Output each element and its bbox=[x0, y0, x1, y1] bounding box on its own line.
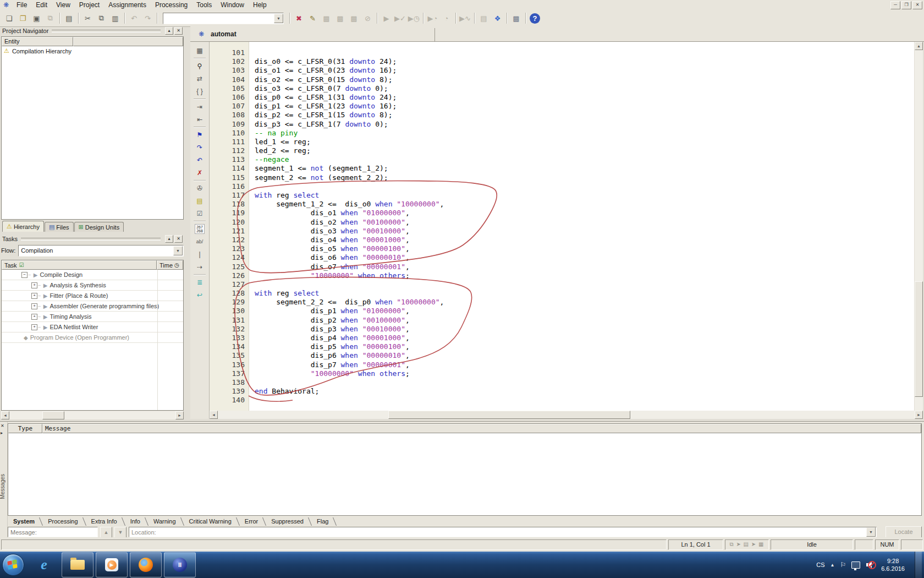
collapse-box-icon[interactable]: − bbox=[21, 272, 28, 278]
code-line[interactable]: 105dis_o3 <= c_LFSR_0(7 downto 0); bbox=[210, 84, 914, 93]
action-center-flag-icon[interactable]: ⚐ bbox=[840, 561, 846, 569]
cursor-icon[interactable]: | bbox=[193, 248, 206, 260]
line-count-indicator[interactable]: 267268 bbox=[193, 222, 206, 235]
flow-combobox[interactable]: Compilation ▼ bbox=[18, 245, 184, 257]
volume-muted-icon[interactable] bbox=[866, 560, 876, 569]
code-line[interactable]: 127 bbox=[210, 280, 914, 289]
tab-hierarchy[interactable]: ⚠Hierarchy bbox=[2, 221, 44, 232]
code-line[interactable]: 122 dis_o4 when "00001000", bbox=[210, 236, 914, 244]
menu-assignments[interactable]: Assignments bbox=[104, 1, 151, 9]
time-column-header[interactable]: Time bbox=[160, 262, 173, 269]
project-navigator-titlebar[interactable]: Project Navigator ▴ ✕ bbox=[1, 26, 184, 35]
code-line[interactable]: 135 dis_p6 when "00000010", bbox=[210, 351, 914, 360]
code-line[interactable]: 134 dis_p5 when "00000100", bbox=[210, 342, 914, 351]
code-line[interactable]: 112led_2 <= reg; bbox=[210, 146, 914, 155]
message-column-header[interactable]: Message bbox=[42, 424, 921, 433]
tab-design-units[interactable]: ⊞Design Units bbox=[74, 222, 124, 232]
scroll-left-icon[interactable]: ◄ bbox=[210, 411, 218, 419]
code-line[interactable]: 110-- na piny bbox=[210, 129, 914, 138]
chevron-down-icon[interactable]: ▼ bbox=[866, 527, 876, 537]
messages-tab-system[interactable]: System bbox=[9, 517, 43, 526]
chevron-down-icon[interactable]: ▼ bbox=[173, 246, 183, 255]
code-line[interactable]: 131 dis_p2 when "00100000", bbox=[210, 316, 914, 325]
menu-processing[interactable]: Processing bbox=[151, 1, 192, 9]
stop-processing-button[interactable]: ✖ bbox=[292, 12, 306, 25]
quartus-taskbar-icon[interactable]: II bbox=[164, 552, 196, 577]
type-column-header[interactable]: Type bbox=[8, 424, 42, 433]
code-line[interactable]: 101 bbox=[210, 48, 914, 57]
collapse-icon[interactable]: ▴ bbox=[165, 27, 173, 35]
network-icon[interactable] bbox=[851, 561, 860, 569]
editor-horizontal-scrollbar[interactable]: ◄ ► bbox=[210, 411, 923, 419]
code-line[interactable]: 139end Behavioral; bbox=[210, 387, 914, 396]
code-line[interactable]: 140 bbox=[210, 396, 914, 405]
close-button[interactable]: ✕ bbox=[912, 1, 922, 9]
tasks-titlebar[interactable]: Tasks ▴ ✕ bbox=[1, 235, 184, 243]
internet-explorer-icon[interactable]: e bbox=[29, 553, 59, 577]
entity-column-header[interactable]: Entity bbox=[2, 37, 73, 46]
find-icon[interactable]: ⚲ bbox=[193, 59, 206, 72]
messages-tab-suppressed[interactable]: Suppressed bbox=[267, 517, 312, 526]
menu-window[interactable]: Window bbox=[216, 1, 249, 9]
check-syntax-icon[interactable]: ☑ bbox=[193, 207, 206, 220]
scroll-right-icon[interactable]: ► bbox=[915, 411, 923, 419]
messages-tab-info[interactable]: Info bbox=[126, 517, 149, 526]
assignment-editor-button[interactable]: ✎ bbox=[306, 12, 320, 25]
code-line[interactable]: 117with reg select bbox=[210, 191, 914, 200]
code-line[interactable]: 125 dis_o7 when "00000001", bbox=[210, 263, 914, 271]
messages-tab-critical-warning[interactable]: Critical Warning bbox=[185, 517, 240, 526]
taskbar-clock[interactable]: 9:28 6.6.2016 bbox=[881, 557, 905, 572]
code-line[interactable]: 104dis_o2 <= c_LFSR_0(15 downto 8); bbox=[210, 75, 914, 84]
scroll-up-icon[interactable]: ▲ bbox=[915, 42, 923, 50]
message-list[interactable]: Type Message bbox=[8, 423, 922, 516]
increase-indent-icon[interactable]: ⇥ bbox=[193, 100, 206, 113]
entity-row[interactable]: ⚠Compilation Hierarchy bbox=[2, 46, 183, 56]
new-file-button[interactable]: ❏ bbox=[2, 12, 16, 25]
attach-icon[interactable]: ✇ bbox=[193, 182, 206, 194]
code-line[interactable]: 133 dis_p4 when "00001000", bbox=[210, 334, 914, 342]
empty-column-header[interactable] bbox=[73, 37, 183, 46]
show-hidden-icons[interactable]: ▲ bbox=[830, 563, 834, 568]
text-mode-icon[interactable]: ab/ bbox=[193, 235, 206, 248]
code-line[interactable]: 103dis_o1 <= c_LFSR_0(23 downto 16); bbox=[210, 66, 914, 75]
align-icon[interactable]: ≣ bbox=[193, 276, 206, 288]
open-file-button[interactable]: ❐ bbox=[16, 12, 30, 25]
convert-icon[interactable]: ↩ bbox=[193, 288, 206, 301]
copy-button[interactable]: ⧉ bbox=[95, 12, 108, 25]
code-line[interactable]: 126 "10000000" when others; bbox=[210, 271, 914, 280]
show-desktop-button[interactable] bbox=[915, 552, 922, 578]
menu-project[interactable]: Project bbox=[75, 1, 104, 9]
scrollbar-thumb[interactable] bbox=[915, 281, 923, 397]
messages-tab-warning[interactable]: Warning bbox=[149, 517, 185, 526]
language-indicator[interactable]: CS bbox=[816, 561, 824, 568]
task-row[interactable]: +┄▶Fitter (Place & Route) bbox=[2, 291, 183, 301]
restore-button[interactable]: ❐ bbox=[901, 1, 911, 9]
insert-template-icon[interactable]: { } bbox=[193, 85, 206, 97]
code-line[interactable]: 136 dis_p7 when "00000001", bbox=[210, 361, 914, 369]
code-line[interactable]: 119 dis_o1 when "01000000", bbox=[210, 209, 914, 217]
tasks-horizontal-scrollbar[interactable]: ◄ ► bbox=[1, 411, 184, 419]
code-line[interactable]: 132 dis_p3 when "00010000", bbox=[210, 325, 914, 334]
code-line[interactable]: 102dis_o0 <= c_LFSR_0(31 downto 24); bbox=[210, 57, 914, 66]
message-field[interactable]: Message: bbox=[8, 527, 98, 537]
decrease-indent-icon[interactable]: ⇤ bbox=[193, 113, 206, 126]
code-line[interactable]: 138 bbox=[210, 378, 914, 387]
code-line[interactable]: 137 "10000000" when others; bbox=[210, 369, 914, 378]
panel-grip[interactable] bbox=[21, 238, 161, 241]
chevron-down-icon[interactable]: ▼ bbox=[274, 14, 283, 23]
panel-grip[interactable] bbox=[52, 30, 161, 32]
rtl-viewer-button[interactable]: ❖ bbox=[491, 12, 504, 25]
scrollbar-thumb[interactable] bbox=[388, 411, 630, 419]
previous-message-button[interactable]: ▲ bbox=[100, 527, 112, 538]
windows-explorer-icon[interactable] bbox=[62, 552, 94, 577]
firefox-icon[interactable] bbox=[130, 552, 162, 577]
code-line[interactable]: 129 segment_2_2 <= dis_p0 when "10000000… bbox=[210, 298, 914, 307]
code-line[interactable]: 107dis_p1 <= c_LFSR_1(23 downto 16); bbox=[210, 102, 914, 111]
editor-window-icon[interactable]: ▦ bbox=[193, 44, 206, 57]
media-player-icon[interactable]: ▶ bbox=[96, 552, 128, 577]
messages-tab-flag[interactable]: Flag bbox=[312, 517, 337, 526]
menu-tools[interactable]: Tools bbox=[192, 1, 216, 9]
tab-files[interactable]: ▤Files bbox=[45, 222, 74, 232]
menu-help[interactable]: Help bbox=[249, 1, 271, 9]
expand-icon[interactable]: ▸ bbox=[1, 430, 3, 435]
